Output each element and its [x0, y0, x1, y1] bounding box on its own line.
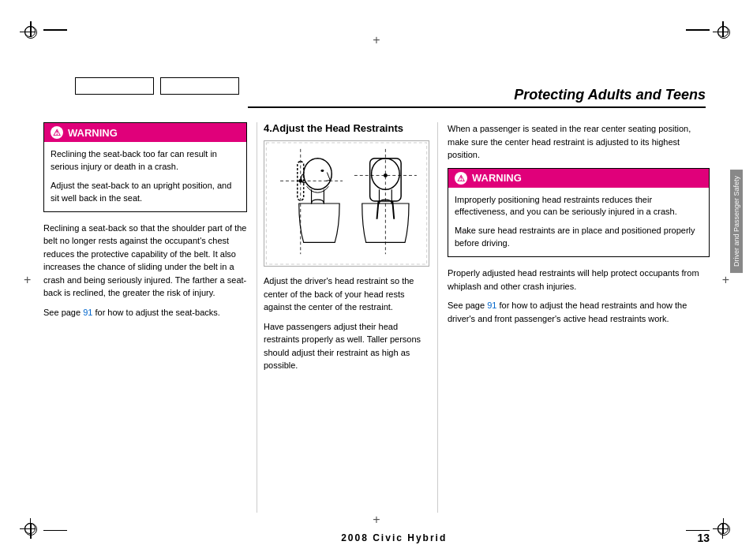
side-tab: Driver and Passenger Safety — [730, 170, 743, 273]
page-title-area: Protecting Adults and Teens — [248, 87, 706, 108]
right-column: When a passenger is seated in the rear c… — [438, 122, 710, 513]
right-body-text: Properly adjusted head restraints will h… — [448, 267, 710, 325]
top-tabs — [75, 77, 239, 95]
reg-mark-tr — [715, 24, 731, 39]
footer: 2008 Civic Hybrid 13 — [43, 532, 710, 544]
warning-left-p1: Reclining the seat-back too far can resu… — [51, 148, 240, 174]
warning-content-left: Reclining the seat-back too far can resu… — [44, 142, 246, 211]
bracket-line-br-h — [686, 530, 710, 532]
left-column: ⚠ WARNING Reclining the seat-back too fa… — [43, 122, 257, 513]
bracket-line-bl-h — [43, 530, 67, 532]
warning-header-left: ⚠ WARNING — [44, 123, 246, 142]
bracket-line-tr-h — [686, 29, 710, 31]
cross-right: + — [722, 273, 729, 287]
footer-center: 2008 Civic Hybrid — [341, 532, 447, 543]
section-heading: 4.Adjust the Head Restraints — [264, 122, 431, 134]
title-rule — [248, 106, 706, 108]
svg-point-7 — [298, 179, 302, 183]
reg-mark-br — [715, 521, 731, 536]
warning-box-left: ⚠ WARNING Reclining the seat-back too fa… — [43, 122, 247, 212]
middle-body-text: Adjust the driver's head restraint so th… — [264, 274, 431, 372]
cross-top: + — [373, 33, 380, 47]
cross-bottom: + — [373, 513, 380, 527]
right-body-p3: See page 91 for how to adjust the head r… — [448, 299, 710, 325]
left-body-text: Reclining a seat-back so that the should… — [43, 222, 247, 319]
bracket-line-tr-v — [722, 21, 724, 37]
warning-right-p1: Improperly positioning head restraints r… — [455, 194, 702, 219]
right-body-p1: When a passenger is seated in the rear c… — [448, 122, 710, 162]
warning-title-right: WARNING — [472, 172, 522, 184]
svg-point-3 — [320, 170, 324, 172]
warning-icon-right: ⚠ — [455, 172, 467, 185]
warning-content-right: Improperly positioning head restraints r… — [448, 188, 709, 257]
page: + + + + Protecting Adults and Teens ⚠ WA… — [0, 0, 753, 560]
bracket-line-bl-v — [30, 523, 32, 539]
svg-point-12 — [384, 174, 388, 177]
right-body-p2: Properly adjusted head restraints will h… — [448, 267, 710, 293]
middle-body-p2: Have passengers adjust their head restra… — [264, 320, 431, 372]
footer-page-number: 13 — [697, 532, 710, 544]
bracket-line-tl-v — [30, 21, 32, 37]
top-tab-1 — [75, 77, 154, 95]
left-body-p2: See page 91 for how to adjust the seat-b… — [43, 306, 247, 319]
warning-right-p2: Make sure head restraints are in place a… — [455, 225, 702, 250]
left-page-link[interactable]: 91 — [83, 308, 92, 317]
left-body-p1: Reclining a seat-back so that the should… — [43, 222, 247, 300]
content-area: ⚠ WARNING Reclining the seat-back too fa… — [43, 122, 710, 513]
page-title: Protecting Adults and Teens — [248, 87, 706, 103]
warning-title-left: WARNING — [68, 127, 118, 139]
warning-header-right: ⚠ WARNING — [448, 169, 709, 188]
middle-body-p1: Adjust the driver's head restraint so th… — [264, 274, 431, 314]
cross-left: + — [24, 273, 31, 287]
head-restraint-image — [264, 140, 429, 267]
warning-left-p2: Adjust the seat-back to an upright posit… — [51, 180, 240, 205]
bracket-line-br-v — [722, 523, 724, 539]
warning-icon-left: ⚠ — [51, 126, 63, 139]
right-body-intro: When a passenger is seated in the rear c… — [448, 122, 710, 162]
bracket-line-tl-h — [43, 29, 67, 31]
warning-box-right: ⚠ WARNING Improperly positioning head re… — [448, 168, 710, 258]
middle-column: 4.Adjust the Head Restraints — [257, 122, 438, 513]
right-page-link[interactable]: 91 — [487, 301, 496, 310]
top-tab-2 — [160, 77, 239, 95]
